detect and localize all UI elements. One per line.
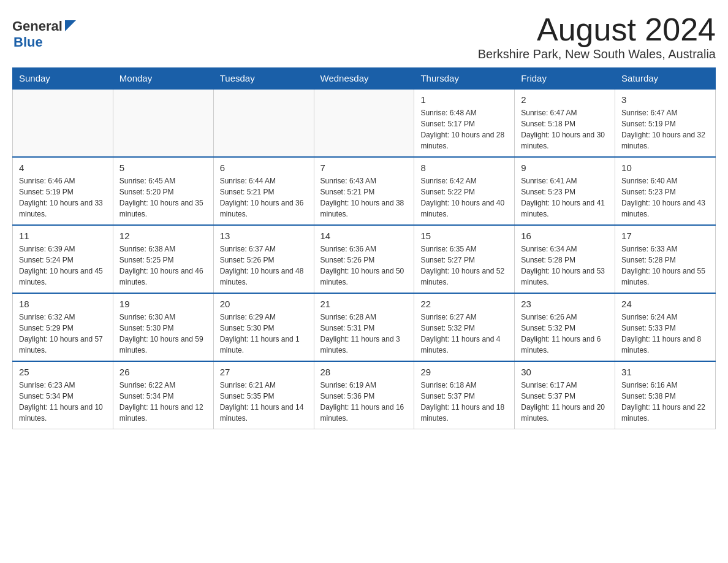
day-info: Sunrise: 6:48 AM Sunset: 5:17 PM Dayligh… <box>420 107 508 151</box>
day-info: Sunrise: 6:46 AM Sunset: 5:19 PM Dayligh… <box>19 175 107 220</box>
day-number: 20 <box>220 299 308 309</box>
day-number: 12 <box>119 231 207 241</box>
calendar-header-tuesday: Tuesday <box>213 68 314 90</box>
calendar-week-row: 1Sunrise: 6:48 AM Sunset: 5:17 PM Daylig… <box>13 89 716 157</box>
calendar-cell: 3Sunrise: 6:47 AM Sunset: 5:19 PM Daylig… <box>615 89 716 157</box>
day-info: Sunrise: 6:45 AM Sunset: 5:20 PM Dayligh… <box>119 175 207 220</box>
day-info: Sunrise: 6:19 AM Sunset: 5:36 PM Dayligh… <box>320 380 408 424</box>
day-number: 5 <box>119 163 207 173</box>
day-info: Sunrise: 6:16 AM Sunset: 5:38 PM Dayligh… <box>621 380 709 424</box>
calendar-cell: 12Sunrise: 6:38 AM Sunset: 5:25 PM Dayli… <box>113 225 213 293</box>
calendar-cell: 13Sunrise: 6:37 AM Sunset: 5:26 PM Dayli… <box>213 225 314 293</box>
calendar-header-thursday: Thursday <box>414 68 515 90</box>
day-number: 23 <box>521 299 609 309</box>
day-number: 19 <box>119 299 207 309</box>
day-info: Sunrise: 6:17 AM Sunset: 5:37 PM Dayligh… <box>521 380 609 424</box>
calendar-cell: 21Sunrise: 6:28 AM Sunset: 5:31 PM Dayli… <box>314 293 414 361</box>
day-number: 9 <box>521 163 609 173</box>
day-info: Sunrise: 6:36 AM Sunset: 5:26 PM Dayligh… <box>320 243 408 288</box>
calendar-cell: 29Sunrise: 6:18 AM Sunset: 5:37 PM Dayli… <box>414 361 515 429</box>
day-number: 1 <box>420 94 508 105</box>
calendar-cell <box>213 89 314 157</box>
day-info: Sunrise: 6:28 AM Sunset: 5:31 PM Dayligh… <box>320 312 408 356</box>
calendar-cell: 7Sunrise: 6:43 AM Sunset: 5:21 PM Daylig… <box>314 157 414 225</box>
calendar-cell: 31Sunrise: 6:16 AM Sunset: 5:38 PM Dayli… <box>615 361 716 429</box>
day-number: 14 <box>320 231 408 241</box>
calendar-cell: 9Sunrise: 6:41 AM Sunset: 5:23 PM Daylig… <box>515 157 615 225</box>
calendar-header-monday: Monday <box>113 68 213 90</box>
logo-arrow-icon <box>65 20 76 31</box>
day-number: 2 <box>521 94 609 105</box>
calendar-cell: 30Sunrise: 6:17 AM Sunset: 5:37 PM Dayli… <box>515 361 615 429</box>
day-number: 13 <box>220 231 308 241</box>
day-info: Sunrise: 6:40 AM Sunset: 5:23 PM Dayligh… <box>621 175 709 220</box>
day-info: Sunrise: 6:30 AM Sunset: 5:30 PM Dayligh… <box>119 312 207 356</box>
day-info: Sunrise: 6:18 AM Sunset: 5:37 PM Dayligh… <box>420 380 508 424</box>
calendar-cell: 22Sunrise: 6:27 AM Sunset: 5:32 PM Dayli… <box>414 293 515 361</box>
day-number: 28 <box>320 367 408 377</box>
calendar-cell: 18Sunrise: 6:32 AM Sunset: 5:29 PM Dayli… <box>13 293 113 361</box>
day-info: Sunrise: 6:39 AM Sunset: 5:24 PM Dayligh… <box>19 243 107 288</box>
calendar-cell: 24Sunrise: 6:24 AM Sunset: 5:33 PM Dayli… <box>615 293 716 361</box>
day-number: 22 <box>420 299 508 309</box>
calendar-cell <box>113 89 213 157</box>
calendar-cell: 1Sunrise: 6:48 AM Sunset: 5:17 PM Daylig… <box>414 89 515 157</box>
day-number: 15 <box>420 231 508 241</box>
day-info: Sunrise: 6:38 AM Sunset: 5:25 PM Dayligh… <box>119 243 207 288</box>
calendar-header-wednesday: Wednesday <box>314 68 414 90</box>
month-title: August 2024 <box>478 12 716 47</box>
calendar-cell: 25Sunrise: 6:23 AM Sunset: 5:34 PM Dayli… <box>13 361 113 429</box>
day-info: Sunrise: 6:35 AM Sunset: 5:27 PM Dayligh… <box>420 243 508 288</box>
location-title: Berkshire Park, New South Wales, Austral… <box>478 47 716 61</box>
day-number: 29 <box>420 367 508 377</box>
page-header: General Blue August 2024 Berkshire Park,… <box>12 12 716 61</box>
calendar-cell: 16Sunrise: 6:34 AM Sunset: 5:28 PM Dayli… <box>515 225 615 293</box>
day-number: 4 <box>19 163 107 173</box>
calendar-cell: 6Sunrise: 6:44 AM Sunset: 5:21 PM Daylig… <box>213 157 314 225</box>
day-info: Sunrise: 6:26 AM Sunset: 5:32 PM Dayligh… <box>521 312 609 356</box>
logo: General Blue <box>12 12 76 56</box>
logo-general-text: General <box>12 18 63 34</box>
day-number: 8 <box>420 163 508 173</box>
calendar-cell: 19Sunrise: 6:30 AM Sunset: 5:30 PM Dayli… <box>113 293 213 361</box>
day-info: Sunrise: 6:33 AM Sunset: 5:28 PM Dayligh… <box>621 243 709 288</box>
day-info: Sunrise: 6:24 AM Sunset: 5:33 PM Dayligh… <box>621 312 709 356</box>
calendar-week-row: 18Sunrise: 6:32 AM Sunset: 5:29 PM Dayli… <box>13 293 716 361</box>
calendar-header-row: SundayMondayTuesdayWednesdayThursdayFrid… <box>13 68 716 90</box>
day-number: 16 <box>521 231 609 241</box>
calendar-cell: 4Sunrise: 6:46 AM Sunset: 5:19 PM Daylig… <box>13 157 113 225</box>
calendar-header-friday: Friday <box>515 68 615 90</box>
day-info: Sunrise: 6:42 AM Sunset: 5:22 PM Dayligh… <box>420 175 508 220</box>
calendar-week-row: 25Sunrise: 6:23 AM Sunset: 5:34 PM Dayli… <box>13 361 716 429</box>
calendar-cell: 8Sunrise: 6:42 AM Sunset: 5:22 PM Daylig… <box>414 157 515 225</box>
day-info: Sunrise: 6:43 AM Sunset: 5:21 PM Dayligh… <box>320 175 408 220</box>
day-number: 26 <box>119 367 207 377</box>
day-info: Sunrise: 6:27 AM Sunset: 5:32 PM Dayligh… <box>420 312 508 356</box>
day-info: Sunrise: 6:41 AM Sunset: 5:23 PM Dayligh… <box>521 175 609 220</box>
day-info: Sunrise: 6:29 AM Sunset: 5:30 PM Dayligh… <box>220 312 308 356</box>
calendar-cell: 26Sunrise: 6:22 AM Sunset: 5:34 PM Dayli… <box>113 361 213 429</box>
day-number: 21 <box>320 299 408 309</box>
day-info: Sunrise: 6:32 AM Sunset: 5:29 PM Dayligh… <box>19 312 107 356</box>
day-info: Sunrise: 6:47 AM Sunset: 5:18 PM Dayligh… <box>521 107 609 151</box>
calendar-cell: 15Sunrise: 6:35 AM Sunset: 5:27 PM Dayli… <box>414 225 515 293</box>
calendar-header-saturday: Saturday <box>615 68 716 90</box>
day-info: Sunrise: 6:23 AM Sunset: 5:34 PM Dayligh… <box>19 380 107 424</box>
calendar-cell: 5Sunrise: 6:45 AM Sunset: 5:20 PM Daylig… <box>113 157 213 225</box>
day-number: 3 <box>621 94 709 105</box>
calendar-cell <box>13 89 113 157</box>
calendar-cell <box>314 89 414 157</box>
day-info: Sunrise: 6:47 AM Sunset: 5:19 PM Dayligh… <box>621 107 709 151</box>
day-info: Sunrise: 6:21 AM Sunset: 5:35 PM Dayligh… <box>220 380 308 424</box>
calendar-table: SundayMondayTuesdayWednesdayThursdayFrid… <box>12 67 716 429</box>
day-info: Sunrise: 6:34 AM Sunset: 5:28 PM Dayligh… <box>521 243 609 288</box>
day-info: Sunrise: 6:44 AM Sunset: 5:21 PM Dayligh… <box>220 175 308 220</box>
calendar-cell: 10Sunrise: 6:40 AM Sunset: 5:23 PM Dayli… <box>615 157 716 225</box>
day-number: 30 <box>521 367 609 377</box>
day-number: 31 <box>621 367 709 377</box>
calendar-week-row: 4Sunrise: 6:46 AM Sunset: 5:19 PM Daylig… <box>13 157 716 225</box>
day-number: 11 <box>19 231 107 241</box>
logo-blue-text: Blue <box>13 34 43 50</box>
day-number: 7 <box>320 163 408 173</box>
calendar-week-row: 11Sunrise: 6:39 AM Sunset: 5:24 PM Dayli… <box>13 225 716 293</box>
